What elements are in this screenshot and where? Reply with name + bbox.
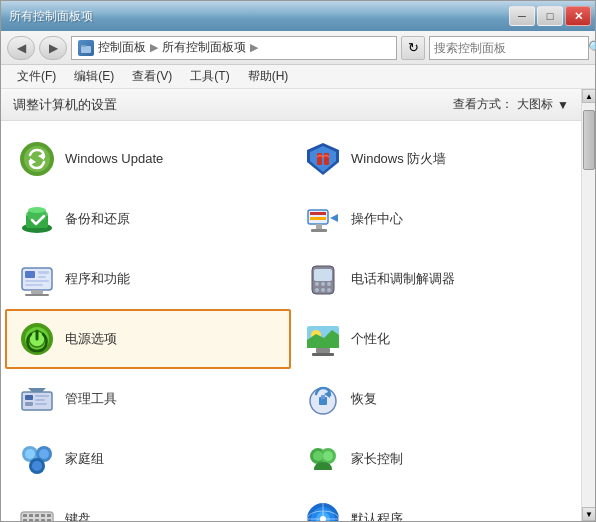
breadcrumb-icon [78,40,94,56]
menu-help[interactable]: 帮助(H) [240,66,297,87]
menu-edit[interactable]: 编辑(E) [66,66,122,87]
svg-rect-70 [41,514,45,517]
item-action-center[interactable]: 操作中心 [291,189,577,249]
backup-icon [17,199,57,239]
svg-rect-71 [47,514,51,517]
svg-rect-73 [29,519,33,521]
main-window: 所有控制面板项 ─ □ ✕ ◀ ▶ 控制面板 ▶ 所有控制面板项 ▶ ↻ 🔍 文… [0,0,596,522]
menu-file[interactable]: 文件(F) [9,66,64,87]
svg-point-34 [315,288,319,292]
breadcrumb-all[interactable]: 所有控制面板项 [162,39,246,56]
svg-rect-45 [312,353,334,356]
svg-rect-75 [41,519,45,521]
item-parental[interactable]: 家长控制 [291,429,577,489]
item-restore[interactable]: 恢复 [291,369,577,429]
window-title: 所有控制面板项 [9,8,93,25]
svg-point-65 [323,451,333,461]
windows-firewall-label: Windows 防火墙 [351,151,446,168]
svg-point-64 [313,451,323,461]
parental-icon [303,439,343,479]
svg-rect-16 [310,212,326,215]
item-programs[interactable]: 程序和功能 [5,249,291,309]
breadcrumb-cp[interactable]: 控制面板 [98,39,146,56]
svg-rect-30 [314,269,332,281]
keyboard-label: 键盘 [65,511,91,521]
svg-point-59 [25,449,35,459]
menu-tools[interactable]: 工具(T) [182,66,237,87]
scroll-up-button[interactable]: ▲ [582,89,595,103]
svg-rect-67 [23,514,27,517]
windows-firewall-icon [303,139,343,179]
keyboard-icon [17,499,57,521]
item-windows-update[interactable]: Windows Update [5,129,291,189]
grid-row-2: 备份和还原 操作 [5,189,577,249]
maximize-button[interactable]: □ [537,6,563,26]
svg-rect-25 [25,280,49,282]
svg-rect-24 [38,276,46,278]
phone-modem-label: 电话和调制解调器 [351,271,455,288]
close-button[interactable]: ✕ [565,6,591,26]
view-mode-selector[interactable]: 查看方式： 大图标 ▼ [453,96,569,113]
item-windows-firewall[interactable]: Windows 防火墙 [291,129,577,189]
svg-rect-68 [29,514,33,517]
svg-rect-0 [81,46,91,53]
item-keyboard[interactable]: 键盘 [5,489,291,521]
view-mode-value: 大图标 [517,96,553,113]
svg-rect-47 [25,395,33,400]
svg-rect-69 [35,514,39,517]
svg-rect-28 [25,294,49,296]
search-bar[interactable]: 🔍 [429,36,589,60]
svg-rect-76 [47,519,51,521]
personalize-label: 个性化 [351,331,390,348]
content-area: 调整计算机的设置 查看方式： 大图标 ▼ [1,89,595,521]
scroll-down-button[interactable]: ▼ [582,507,595,521]
back-button[interactable]: ◀ [7,36,35,60]
programs-label: 程序和功能 [65,271,130,288]
breadcrumb-bar[interactable]: 控制面板 ▶ 所有控制面板项 ▶ [71,36,397,60]
personalize-icon [303,319,343,359]
backup-label: 备份和还原 [65,211,130,228]
svg-rect-17 [310,217,326,220]
default-programs-icon [303,499,343,521]
search-input[interactable] [434,41,584,55]
power-label: 电源选项 [65,331,117,348]
programs-icon [17,259,57,299]
item-phone-modem[interactable]: 电话和调制解调器 [291,249,577,309]
minimize-button[interactable]: ─ [509,6,535,26]
restore-label: 恢复 [351,391,377,408]
item-backup[interactable]: 备份和还原 [5,189,291,249]
svg-rect-1 [81,45,86,47]
menu-view[interactable]: 查看(V) [124,66,180,87]
windows-update-icon [17,139,57,179]
svg-rect-51 [35,403,47,405]
refresh-button[interactable]: ↻ [401,36,425,60]
svg-point-60 [39,449,49,459]
item-default-programs[interactable]: 默认程序 [291,489,577,521]
item-homegroup[interactable]: 家庭组 [5,429,291,489]
svg-point-14 [28,207,46,213]
svg-point-61 [32,461,42,471]
action-center-label: 操作中心 [351,211,403,228]
forward-button[interactable]: ▶ [39,36,67,60]
item-admin-tools[interactable]: 管理工具 [5,369,291,429]
search-icon: 🔍 [588,40,596,55]
left-panel: 调整计算机的设置 查看方式： 大图标 ▼ [1,89,581,521]
svg-rect-55 [321,395,325,399]
breadcrumb-sep1: ▶ [150,41,158,54]
phone-modem-icon [303,259,343,299]
windows-update-label: Windows Update [65,151,163,168]
svg-point-33 [327,282,331,286]
restore-icon [303,379,343,419]
svg-point-36 [327,288,331,292]
grid-row-4: 电源选项 [5,309,577,369]
svg-rect-44 [316,348,330,353]
grid-row-1: Windows Update Windows 防火 [5,129,577,189]
svg-rect-22 [25,271,35,278]
scrollbar[interactable]: ▲ ▼ [581,89,595,521]
menubar: 文件(F) 编辑(E) 查看(V) 工具(T) 帮助(H) [1,65,595,89]
svg-point-32 [321,282,325,286]
item-power[interactable]: 电源选项 [5,309,291,369]
svg-rect-49 [35,395,49,397]
item-personalize[interactable]: 个性化 [291,309,577,369]
scroll-thumb[interactable] [583,110,595,170]
